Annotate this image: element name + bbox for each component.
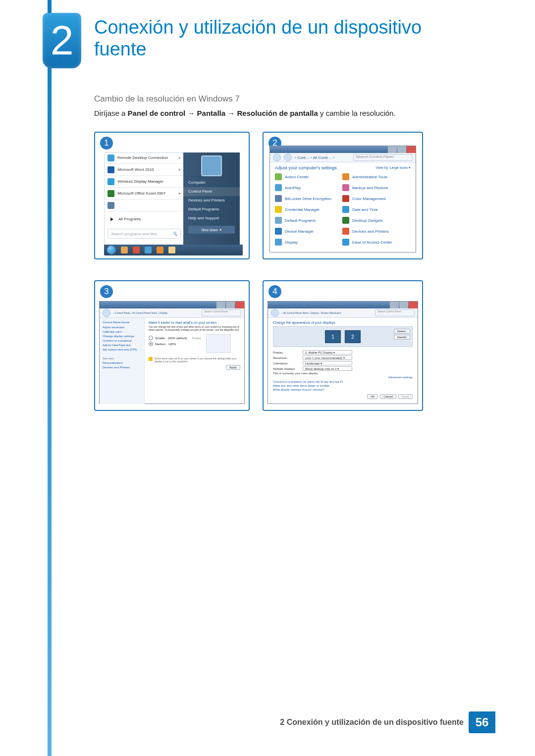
start-right-item[interactable]: Devices and Printers: [183, 196, 240, 205]
select-value: Landscape ▾: [305, 361, 322, 365]
view-by-selector[interactable]: View by: Large icons ▾: [376, 166, 411, 170]
resolution-select[interactable]: xxxx × xxxx (recommended) ▾: [303, 355, 352, 360]
breadcrumb[interactable]: › All Control Panel Items › Display › Sc…: [282, 311, 341, 314]
monitor-1[interactable]: 1: [325, 330, 341, 343]
sidebar-heading: Control Panel Home: [103, 321, 141, 324]
address-bar: › Cont… › All Contr… › Search Control Pa…: [270, 153, 416, 162]
start-right-item[interactable]: Help and Support: [183, 214, 240, 223]
window: › Control Panel › All Control Panel Item…: [99, 301, 245, 404]
apply-button[interactable]: Apply: [226, 365, 240, 370]
cp-item-ease-of-access[interactable]: Ease of Access Center: [342, 239, 406, 246]
detect-button[interactable]: Detect: [394, 329, 410, 334]
start-item[interactable]: Microsoft Office Excel 2007▸: [105, 189, 184, 198]
start-right-item[interactable]: Default Programs: [183, 205, 240, 214]
maximize-button[interactable]: [399, 302, 408, 308]
search-input[interactable]: Search programs and files 🔍: [107, 229, 181, 239]
cp-item-label: Action Center: [285, 175, 309, 179]
titlebar: [270, 146, 416, 153]
cp-item-date-time[interactable]: Date and Time: [342, 206, 406, 213]
apply-button[interactable]: Apply: [398, 394, 413, 399]
gadgets-icon: [342, 217, 349, 224]
sidebar-link[interactable]: Connect to a projector: [103, 339, 141, 342]
taskbar-icon[interactable]: [121, 247, 128, 253]
cp-item-backup[interactable]: Backup and Restore: [342, 184, 406, 191]
maximize-button[interactable]: [397, 146, 406, 153]
start-item-blank[interactable]: [105, 201, 184, 210]
taskbar: [104, 245, 243, 255]
close-button[interactable]: [409, 302, 418, 308]
cp-item-admin-tools[interactable]: Administrative Tools: [342, 173, 406, 180]
start-item[interactable]: Remote Desktop Connection▸: [105, 153, 184, 162]
radio-icon: [149, 342, 153, 346]
cp-item-label: Devices and Printers: [352, 229, 389, 234]
cp-item-bitlocker[interactable]: BitLocker Drive Encryption: [275, 195, 338, 202]
minimize-button[interactable]: [216, 302, 225, 308]
sidebar-link[interactable]: Personalization: [103, 361, 141, 364]
taskbar-icon[interactable]: [145, 247, 152, 253]
taskbar-icon[interactable]: [168, 247, 175, 253]
cp-item-display[interactable]: Display: [275, 239, 338, 246]
text-size-link[interactable]: Make text and other items larger or smal…: [273, 384, 413, 387]
all-programs[interactable]: All Programs: [105, 212, 184, 226]
minimize-button[interactable]: [390, 302, 399, 308]
cp-item-device-manager[interactable]: Device Manager: [275, 228, 338, 235]
monitor-2[interactable]: 2: [345, 330, 361, 343]
programs-icon: [275, 217, 282, 224]
back-button[interactable]: [271, 309, 279, 317]
search-input[interactable]: Search Control Panel: [202, 309, 241, 316]
start-orb-icon[interactable]: [107, 246, 116, 254]
projector-link[interactable]: Connect to a projector (or press the ⊞ k…: [273, 380, 413, 383]
sidebar-link[interactable]: Devices and Printers: [103, 366, 141, 369]
close-button[interactable]: [407, 146, 416, 153]
advanced-link[interactable]: Advanced settings: [273, 376, 413, 379]
start-right-item[interactable]: Computer: [183, 178, 240, 187]
shutdown-button[interactable]: Shut down▸: [188, 226, 235, 234]
taskbar-icon[interactable]: [133, 247, 140, 253]
display-select[interactable]: 1. Mobile PC Display ▾: [303, 350, 352, 354]
minimize-button[interactable]: [388, 146, 397, 153]
start-item[interactable]: Microsoft Word 2010▸: [105, 165, 184, 174]
sidebar-link[interactable]: Adjust ClearType text: [103, 344, 141, 347]
close-button[interactable]: [235, 302, 244, 308]
cp-item-color[interactable]: Color Management: [342, 195, 406, 202]
select-value: xxxx × xxxx (recommended) ▾: [305, 356, 345, 359]
radio-medium[interactable]: Medium - 125%: [149, 342, 201, 346]
backup-icon: [342, 184, 349, 191]
cp-item-devices-printers[interactable]: Devices and Printers: [342, 228, 406, 235]
display-main: Make it easier to read what's on your sc…: [145, 318, 244, 404]
sidebar-link[interactable]: Adjust resolution: [103, 326, 141, 329]
help-link[interactable]: What display settings should I choose?: [273, 388, 413, 391]
instruction-post: y cambie la resolución.: [320, 109, 396, 117]
back-button[interactable]: [273, 153, 281, 161]
maximize-button[interactable]: [226, 302, 235, 308]
kv-key: Display:: [273, 351, 299, 354]
breadcrumb[interactable]: › Control Panel › All Control Panel Item…: [113, 311, 167, 314]
start-right-item-selected[interactable]: Control Panel: [183, 187, 240, 196]
cp-item-credentials[interactable]: Credential Manager: [275, 206, 338, 213]
sidebar-link[interactable]: Change display settings: [103, 335, 141, 338]
taskbar-icon[interactable]: [157, 247, 163, 253]
start-item[interactable]: Wireless Display Manager: [105, 177, 184, 186]
select-value: Show desktop only on 1 ▾: [305, 367, 339, 370]
cp-item-default-programs[interactable]: Default Programs: [275, 217, 338, 224]
cancel-button[interactable]: Cancel: [380, 394, 396, 399]
resolution-heading: Change the appearance of your displays: [273, 321, 413, 324]
search-input[interactable]: Search Control Panel: [375, 309, 415, 316]
search-input[interactable]: Search Control Panel: [353, 154, 413, 161]
multiple-select[interactable]: Show desktop only on 1 ▾: [303, 366, 352, 371]
back-button[interactable]: [103, 309, 110, 317]
ok-button[interactable]: OK: [367, 394, 378, 399]
forward-button[interactable]: [284, 153, 292, 161]
printer-icon: [342, 228, 349, 235]
cp-item-gadgets[interactable]: Desktop Gadgets: [342, 217, 406, 224]
cp-item-action-center[interactable]: Action Center: [275, 173, 338, 180]
sidebar-link[interactable]: Calibrate color: [103, 330, 141, 333]
clock-icon: [342, 206, 349, 213]
radio-smaller[interactable]: Smaller - 100% (default)Preview: [149, 336, 201, 340]
identify-button[interactable]: Identify: [394, 335, 410, 340]
sidebar-link[interactable]: Set custom text size (DPI): [103, 348, 141, 351]
orientation-select[interactable]: Landscape ▾: [303, 361, 352, 365]
cp-item-autoplay[interactable]: AutoPlay: [275, 184, 338, 191]
footer-text: 2 Conexión y utilización de un dispositi…: [280, 718, 464, 727]
breadcrumb[interactable]: › Cont… › All Contr… ›: [295, 155, 334, 160]
